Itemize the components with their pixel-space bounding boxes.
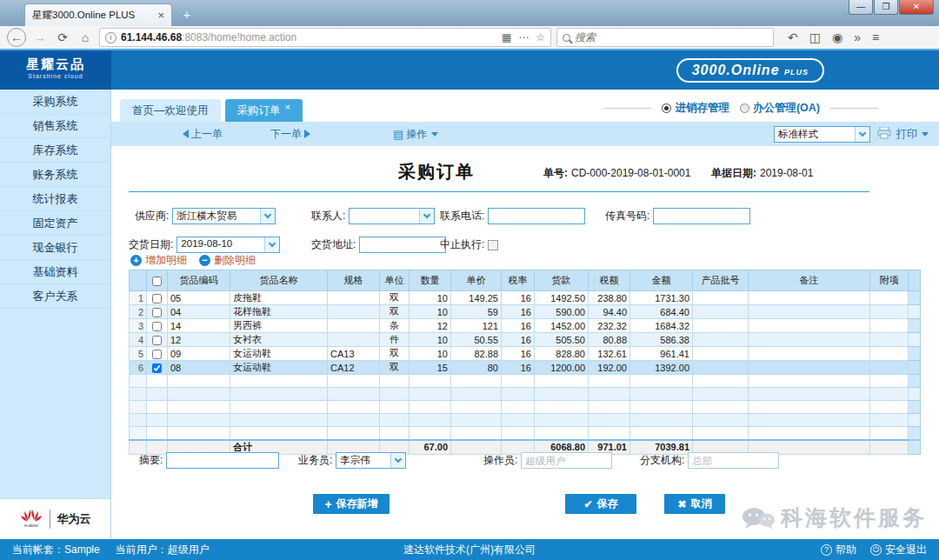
row-checkbox[interactable] xyxy=(152,336,162,345)
sidebar-item-sales[interactable]: 销售系统 xyxy=(0,114,110,138)
row-number: 3 xyxy=(130,319,147,333)
cancel-button[interactable]: ✖取消 xyxy=(664,494,725,514)
tab-home[interactable]: 首页—欢迎使用 xyxy=(120,99,221,122)
stop-exec-checkbox[interactable] xyxy=(488,240,498,250)
grid-scrollbar[interactable] xyxy=(909,401,921,414)
tab-purchase-order[interactable]: 采购订单× xyxy=(225,99,303,122)
help-link[interactable]: ?帮助 xyxy=(821,543,856,557)
page-actions-icon[interactable]: ⋯ xyxy=(518,31,529,43)
delivery-addr-input[interactable] xyxy=(359,237,446,253)
table-row[interactable]: 204花样拖鞋双105916590.0094.40684.40 xyxy=(130,305,921,319)
cell xyxy=(870,305,909,319)
tab-close-icon[interactable]: × xyxy=(157,9,164,22)
row-checkbox[interactable] xyxy=(152,350,162,359)
select-all-checkbox[interactable] xyxy=(152,277,162,286)
back-button[interactable]: ← xyxy=(7,28,26,47)
reload-button[interactable]: ⟳ xyxy=(54,29,71,46)
fax-input[interactable] xyxy=(653,208,750,224)
grid-scrollbar[interactable] xyxy=(909,375,921,388)
url-bar[interactable]: i 61.144.46.68:8083/home!home.action ▦ ⋯… xyxy=(99,28,551,47)
empty-row[interactable] xyxy=(130,427,921,440)
grid-scrollbar[interactable] xyxy=(909,305,921,319)
row-number: 5 xyxy=(130,347,147,361)
column-header: 规格 xyxy=(328,270,380,291)
supplier-label: 供应商: xyxy=(135,209,169,223)
table-row[interactable]: 105皮拖鞋双10149.25161492.50238.801731.30 xyxy=(130,291,921,305)
sidebar-item-inventory[interactable]: 库存系统 xyxy=(0,138,110,163)
table-row[interactable]: 314男西裤条12121161452.00232.321684.32 xyxy=(130,319,921,333)
summary-label: 摘要: xyxy=(139,453,163,468)
print-button[interactable]: 打印 xyxy=(896,127,929,142)
contact-select[interactable] xyxy=(349,208,435,224)
row-checkbox[interactable] xyxy=(152,363,162,373)
account-icon[interactable]: ◉ xyxy=(832,30,842,44)
radio-oa[interactable]: 办公管理(OA) xyxy=(740,101,820,116)
sidebar-item-fixed-assets[interactable]: 固定资产 xyxy=(0,211,110,236)
sidebar-item-accounting[interactable]: 账务系统 xyxy=(0,163,110,187)
radio-erp[interactable]: 进销存管理 xyxy=(662,101,729,116)
operations-menu[interactable]: ▤操作 xyxy=(393,127,438,142)
summary-input[interactable] xyxy=(166,452,279,469)
printer-icon[interactable] xyxy=(877,127,891,142)
sidebar-item-crm[interactable]: 客户关系 xyxy=(0,284,110,309)
minimize-button[interactable]: — xyxy=(849,0,873,15)
grid-scrollbar[interactable] xyxy=(909,319,921,333)
delivery-date-select[interactable]: 2019-08-10 xyxy=(176,237,280,253)
current-account: 当前帐套：Sample 当前用户：超级用户 xyxy=(12,543,210,557)
supplier-select[interactable]: 浙江横木贸易 xyxy=(172,208,276,224)
table-row[interactable]: 608女运动鞋CA12双1580161200.00192.001392.00 xyxy=(130,361,921,375)
tab-close-icon[interactable]: × xyxy=(285,102,290,112)
prev-record-button[interactable]: 上一单 xyxy=(183,127,223,142)
salesman-select[interactable]: 李宗伟 xyxy=(336,452,406,469)
undo-icon[interactable]: ↶ xyxy=(788,30,798,44)
save-new-button[interactable]: +保存新增 xyxy=(313,494,390,514)
overflow-menu-icon[interactable]: » xyxy=(854,30,861,44)
empty-row[interactable] xyxy=(130,388,921,401)
remove-detail-button[interactable]: −删除明细 xyxy=(199,253,256,268)
row-checkbox[interactable] xyxy=(152,294,162,303)
table-row[interactable]: 412女衬衣件1050.5516505.5080.88586.38 xyxy=(130,333,921,347)
add-detail-button[interactable]: +增加明细 xyxy=(130,253,187,268)
print-style-select[interactable]: 标准样式 xyxy=(774,126,870,143)
cell xyxy=(502,414,535,427)
table-row[interactable]: 509女运动鞋CA13双1082.8816828.80132.61961.41 xyxy=(130,347,921,361)
close-button[interactable]: ✕ xyxy=(899,0,934,15)
grid-scrollbar[interactable] xyxy=(909,347,921,361)
screenshot-icon[interactable]: ▦ xyxy=(502,31,511,43)
browser-tab[interactable]: 星耀3000.Online PLUS × xyxy=(24,3,172,26)
grid-scrollbar[interactable] xyxy=(909,414,921,427)
sidebar-item-purchase[interactable]: 采购系统 xyxy=(0,90,110,114)
sidebar-toggle-icon[interactable]: ◫ xyxy=(809,30,821,44)
row-checkbox[interactable] xyxy=(152,308,162,317)
sidebar-item-cash-bank[interactable]: 现金银行 xyxy=(0,236,110,260)
search-box[interactable] xyxy=(556,28,774,47)
cell xyxy=(380,401,410,414)
forward-button[interactable]: → xyxy=(31,29,49,46)
empty-row[interactable] xyxy=(130,401,921,414)
bookmark-star-icon[interactable]: ☆ xyxy=(536,31,545,43)
grid-scrollbar[interactable] xyxy=(909,291,921,305)
home-button[interactable]: ⌂ xyxy=(77,29,94,46)
empty-row[interactable] xyxy=(130,414,921,427)
sidebar-item-reports[interactable]: 统计报表 xyxy=(0,187,110,211)
hamburger-menu-icon[interactable]: ≡ xyxy=(872,30,879,44)
row-checkbox[interactable] xyxy=(152,322,162,331)
new-tab-button[interactable]: + xyxy=(176,6,198,23)
grid-scrollbar[interactable] xyxy=(909,427,921,440)
sidebar-item-base-data[interactable]: 基础资料 xyxy=(0,260,110,284)
maximize-button[interactable]: ❐ xyxy=(874,0,898,15)
grid-scrollbar[interactable] xyxy=(909,388,921,401)
search-input[interactable] xyxy=(575,31,768,43)
grid-scrollbar[interactable] xyxy=(909,333,921,347)
plus-circle-icon: + xyxy=(130,255,142,266)
logo-subtitle: Starshine cloud xyxy=(0,73,111,79)
branch-input xyxy=(688,452,779,469)
save-button[interactable]: ✔保存 xyxy=(565,494,636,514)
logout-link[interactable]: ⏻安全退出 xyxy=(870,543,927,557)
empty-row[interactable] xyxy=(130,375,921,388)
phone-input[interactable] xyxy=(488,208,585,224)
site-info-icon[interactable]: i xyxy=(105,32,117,43)
cell: 16 xyxy=(502,333,535,347)
next-record-button[interactable]: 下一单 xyxy=(270,127,310,142)
grid-scrollbar[interactable] xyxy=(909,361,921,375)
